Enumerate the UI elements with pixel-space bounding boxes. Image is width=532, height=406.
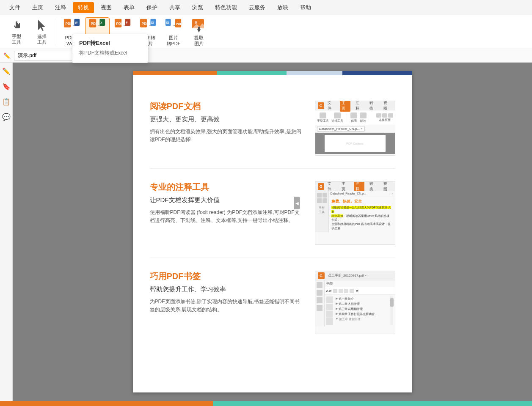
svg-text:🖼: 🖼 [166,21,169,24]
image-to-pdf-label: 图片转PDF [167,35,181,46]
pdf-section3-title: 巧用PDF书签 [150,271,302,282]
pdf-color-bar [133,71,412,75]
pen-icon: ✏️ [3,52,11,59]
pdf-to-image-icon: PDF → 🖼 [140,17,157,34]
menu-cloud[interactable]: 云服务 [244,2,270,13]
color-seg-teal [217,71,287,75]
menu-slideshow[interactable]: 放映 [272,2,293,13]
pdf-section-annotate: 专业的注释工具 让PDF文档发挥更大价值 使用福昕PDF阅读器 (foxit r… [150,169,395,258]
ss3-logo: G [318,272,325,279]
svg-point-26 [195,21,197,24]
svg-text:W: W [75,21,77,24]
extract-image-button[interactable]: 提取图片 [187,17,211,47]
menu-browse[interactable]: 浏览 [187,2,208,13]
ss2-tabs: 文件 主页 注释 转换 视图 [326,181,392,192]
pdf-to-ppt-icon: PDF → P [114,17,131,34]
menu-protect[interactable]: 保护 [141,2,163,13]
svg-rect-29 [198,27,200,31]
pdf-section2-subtitle: 让PDF文档发挥更大价值 [150,196,302,204]
sidebar-pen-icon[interactable]: ✏️ [1,66,11,76]
menu-features[interactable]: 特色功能 [210,2,242,13]
pdf-to-word-icon: PDF → W [63,17,80,34]
ss-logo: G [318,102,324,109]
menu-share[interactable]: 共享 [164,2,185,13]
menu-forms[interactable]: 表单 [119,2,140,13]
ss-address-1: Datasheet_Reader_CN.p... × [315,125,395,133]
tooltip-dropdown: PDF转Excel 将PDF文档转成Excel [72,34,148,63]
sidebar-pages-icon[interactable]: 📋 [1,96,11,107]
select-tool-icon [33,19,50,33]
pdf-section3-subtitle: 帮助您提升工作、学习效率 [150,285,302,294]
hand-tool-label: 手型工具 [12,34,21,45]
svg-text:PDF: PDF [66,22,72,26]
toolbar-separator-1 [57,19,57,45]
pdf-section3-desc: 为PDF页面添加书签,除了实现内容的快速导航,书签还能指明不同书签的层级关系,展… [150,298,302,314]
menu-annotate[interactable]: 注释 [50,2,71,13]
pdf-section1-subtitle: 更强大、更实用、更高效 [150,115,302,123]
sidebar-bookmark-icon[interactable]: 🔖 [1,81,11,91]
pdf-area: 阅读PDF文档 更强大、更实用、更高效 拥有出色的文档渲染效果,强大的页面管理功… [13,63,532,406]
menu-convert[interactable]: 转换 [73,2,94,13]
bottom-color-bar [0,401,532,406]
extract-image-icon [190,17,207,34]
pdf-section1-title: 阅读PDF文档 [150,101,302,112]
svg-text:🖼: 🖼 [151,21,154,24]
sidebar-comment-icon[interactable]: 💬 [1,112,11,122]
color-seg-orange [133,71,217,75]
menu-help[interactable]: 帮助 [295,2,316,13]
svg-text:PDF: PDF [142,22,149,26]
color-seg-lightblue [287,71,342,75]
color-seg-navy [342,71,412,75]
pdf-section-read: 阅读PDF文档 更强大、更实用、更高效 拥有出色的文档渲染效果,强大的页面管理功… [150,88,395,169]
screenshot-bookmarks: G 员工手册_20120917.pdf × [315,271,395,334]
pdf-section2-desc: 使用福昕PDF阅读器 (foxit reader) 为PDF文档添加注释,可对P… [150,208,302,225]
image-to-pdf-icon: 🖼 → PDF [165,17,182,34]
collapse-handle[interactable]: ◀ [294,197,300,209]
menu-home[interactable]: 主页 [27,2,48,13]
pdf-section-bookmarks: 巧用PDF书签 帮助您提升工作、学习效率 为PDF页面添加书签,除了实现内容的快… [150,258,395,347]
svg-text:PDF: PDF [176,22,182,26]
svg-text:P: P [126,21,128,24]
main-area: ✏️ 🔖 📋 💬 阅读PDF文档 更强大、更实用、更高效 拥有出色的文档渲染效 [0,63,532,406]
screenshot-read: G 文件 主页 注释 转换 视图 [315,101,395,156]
left-sidebar: ✏️ 🔖 📋 💬 [0,63,13,406]
svg-text:PDF: PDF [91,22,98,26]
ss-menu-tabs: 文件 主页 注释 转换 视图 [326,101,392,112]
extract-image-label: 提取图片 [194,35,204,46]
select-tool-button[interactable]: 选择工具 [30,17,54,47]
hand-tool-button[interactable]: 手型工具 [4,17,29,47]
ss2-logo: G [318,183,324,190]
pdf-to-excel-icon: PDF → X [89,17,106,34]
select-tool-label: 选择工具 [37,34,47,45]
image-to-pdf-button[interactable]: 🖼 → PDF 图片转PDF [161,17,186,47]
svg-text:X: X [100,21,102,24]
menu-view[interactable]: 视图 [96,2,117,13]
menu-file[interactable]: 文件 [4,2,25,13]
svg-text:PDF: PDF [116,22,123,26]
hand-tool-icon [8,19,25,33]
pdf-text-annotate: 专业的注释工具 让PDF文档发挥更大价值 使用福昕PDF阅读器 (foxit r… [150,181,302,225]
pdf-section1-desc: 拥有出色的文档渲染效果,强大的页面管理功能,帮助提升效率,是您阅读PDF的理想选… [150,128,302,144]
tooltip-description: 将PDF文档转成Excel [72,49,148,59]
pdf-text-read: 阅读PDF文档 更强大、更实用、更高效 拥有出色的文档渲染效果,强大的页面管理功… [150,101,302,144]
tooltip-title: PDF转Excel [72,38,148,49]
pdf-text-bookmarks: 巧用PDF书签 帮助您提升工作、学习效率 为PDF页面添加书签,除了实现内容的快… [150,271,302,314]
pdf-section2-title: 专业的注释工具 [150,181,302,193]
ss-toolbar-1: 手型工具 选择工具 截图 [315,110,395,125]
menu-bar: 文件 主页 注释 转换 视图 表单 保护 共享 浏览 特色功能 云服务 放映 帮… [0,0,532,15]
pdf-page: 阅读PDF文档 更强大、更实用、更高效 拥有出色的文档渲染效果,强大的页面管理功… [133,71,412,392]
screenshot-annotate: G 文件 主页 注释 转换 视图 [315,181,395,245]
pdf-content: 阅读PDF文档 更强大、更实用、更高效 拥有出色的文档渲染效果,强大的页面管理功… [133,75,412,359]
